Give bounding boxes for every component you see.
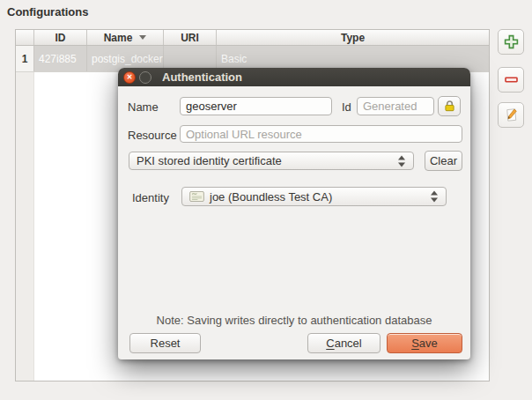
minus-icon	[503, 71, 520, 88]
identity-selected-value: joe (Boundless Test CA)	[210, 190, 332, 204]
row-header-strip	[16, 72, 34, 381]
pencil-icon	[503, 107, 520, 123]
edit-config-button[interactable]	[498, 102, 524, 128]
add-config-button[interactable]	[498, 29, 524, 55]
id-label: Id	[342, 100, 351, 114]
header-name[interactable]: Name	[87, 30, 164, 45]
close-icon[interactable]: ✕	[123, 71, 136, 84]
name-input[interactable]	[180, 97, 332, 115]
id-input	[357, 97, 434, 115]
resource-label: Resource	[128, 129, 177, 142]
identity-label: Identity	[132, 191, 169, 204]
row-number-cell[interactable]: 1	[16, 46, 34, 71]
reset-button[interactable]: Reset	[129, 333, 201, 353]
method-selected-value: PKI stored identity certificate	[137, 154, 282, 167]
cancel-button[interactable]: Cancel	[307, 333, 381, 353]
combo-arrows-icon	[431, 191, 438, 203]
header-id[interactable]: ID	[34, 30, 87, 45]
resource-input[interactable]	[180, 125, 462, 143]
sort-descending-icon	[139, 35, 146, 40]
cell-id[interactable]: 427i885	[34, 46, 87, 71]
auth-method-combobox[interactable]: PKI stored identity certificate	[129, 152, 414, 170]
page-title: Configurations	[7, 5, 88, 19]
remove-config-button[interactable]	[498, 67, 524, 93]
lock-icon	[443, 100, 456, 113]
lock-id-button[interactable]	[438, 96, 461, 116]
save-note-text: Note: Saving writes directly to authenti…	[118, 314, 470, 327]
dialog-title: Authentication	[162, 70, 242, 84]
authentication-dialog: ✕ Authentication Name Id Resource PKI st…	[118, 68, 470, 359]
combo-arrows-icon	[398, 155, 405, 167]
clear-button[interactable]: Clear	[425, 151, 462, 171]
header-uri[interactable]: URI	[164, 30, 217, 45]
name-label: Name	[128, 100, 159, 114]
identity-combobox[interactable]: joe (Boundless Test CA)	[181, 187, 447, 206]
maximize-icon[interactable]	[139, 71, 151, 84]
header-rownum[interactable]	[16, 30, 34, 45]
dialog-titlebar[interactable]: ✕ Authentication	[118, 68, 470, 86]
plus-icon	[503, 33, 520, 50]
table-header-row: ID Name URI Type	[16, 30, 489, 46]
save-button[interactable]: Save	[387, 333, 462, 353]
certificate-icon	[189, 191, 204, 202]
header-type[interactable]: Type	[217, 30, 489, 45]
